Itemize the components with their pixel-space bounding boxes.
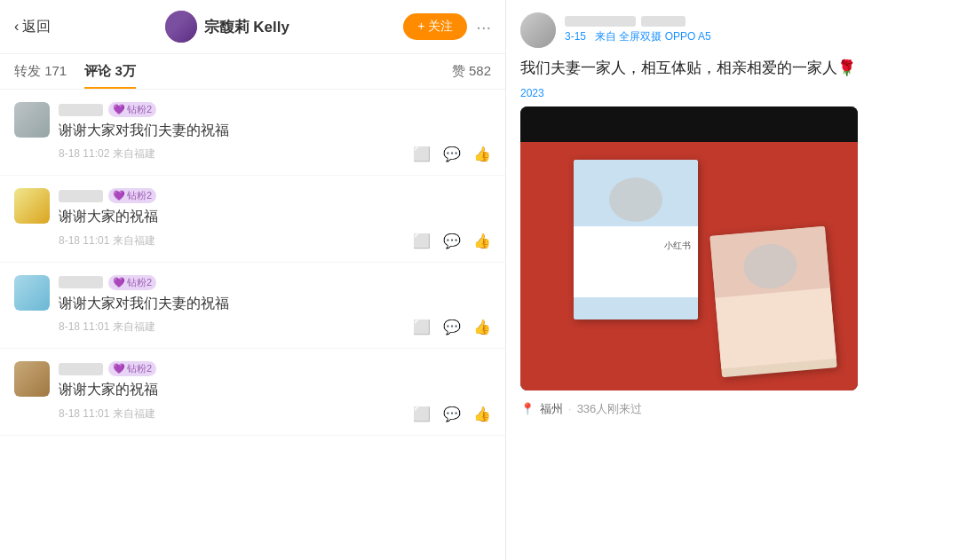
comment-actions: ⬜ 💬 👍: [413, 233, 491, 249]
comment-time: 8-18 11:01 来自福建: [59, 233, 155, 248]
comment-actions: ⬜ 💬 👍: [413, 319, 491, 335]
avatar: [14, 275, 50, 311]
post-year: 2023: [520, 87, 945, 99]
user-row: 💜 钻粉2: [59, 102, 491, 117]
user-row: 💜 钻粉2: [59, 275, 491, 290]
comment-time: 8-18 11:01 来自福建: [59, 406, 155, 422]
commenter-username: [59, 363, 103, 375]
commenter-username: [59, 104, 103, 116]
post-avatar: [520, 12, 556, 48]
more-icon[interactable]: ···: [476, 17, 491, 37]
post-date: 3-15: [565, 30, 586, 43]
heart-icon: 💜: [113, 277, 125, 288]
back-arrow-icon: ‹: [14, 19, 19, 35]
user-row: 💜 钻粉2: [59, 188, 491, 203]
comment-actions: ⬜ 💬 👍: [413, 146, 491, 162]
post-device: 3-15 来自 全屏双摄 OPPO A5: [565, 29, 945, 44]
post-header: 3-15 来自 全屏双摄 OPPO A5: [520, 12, 945, 48]
face-blur-1: [609, 177, 662, 222]
comment-count: 3万: [115, 63, 135, 78]
like-stat: 赞 582: [452, 63, 491, 80]
comment-item: 💜 钻粉2 谢谢大家的祝福 8-18 11:01 来自福建 ⬜ 💬 👍: [0, 176, 505, 262]
comment-item: 💜 钻粉2 谢谢大家的祝福 8-18 11:01 来自福建 ⬜ 💬 👍: [0, 349, 505, 435]
post-title: 我们夫妻一家人，相互体贴，相亲相爱的一家人🌹: [520, 57, 945, 80]
diamond-badge: 💜 钻粉2: [108, 275, 156, 290]
comment-text: 谢谢大家的祝福: [59, 380, 491, 399]
avatar: [14, 188, 50, 224]
face-blur-2: [741, 241, 798, 290]
back-label: 返回: [22, 18, 51, 36]
device-prefix: 来自: [595, 30, 616, 43]
image-top-bar: [520, 106, 858, 142]
avatar: [14, 361, 50, 397]
like-count: 582: [469, 63, 491, 78]
reply-icon[interactable]: 💬: [443, 146, 461, 162]
commenter-username: [59, 276, 103, 288]
username: 宗馥莉 Kelly: [204, 17, 289, 37]
username-block-2: [641, 16, 686, 27]
comment-text: 谢谢大家对我们夫妻的祝福: [59, 121, 491, 140]
comment-meta: 8-18 11:01 来自福建 ⬜ 💬 👍: [59, 406, 491, 422]
diamond-badge: 💜 钻粉2: [108, 361, 156, 376]
forward-label: 转发: [14, 63, 41, 78]
heart-icon: 💜: [113, 104, 125, 115]
device-link[interactable]: 全屏双摄 OPPO A5: [619, 30, 710, 43]
post-footer: 📍 福州 · 336人刚来过: [520, 401, 945, 417]
location-icon: 📍: [520, 402, 535, 415]
post-image: 小红书: [520, 106, 858, 390]
diamond-badge: 💜 钻粉2: [108, 188, 156, 203]
comments-list: 💜 钻粉2 谢谢大家对我们夫妻的祝福 8-18 11:02 来自福建 ⬜ 💬 👍: [0, 90, 505, 560]
like-icon[interactable]: 👍: [473, 233, 491, 249]
photo-card-1: 小红书: [574, 160, 698, 319]
back-button[interactable]: ‹ 返回: [14, 18, 51, 36]
diamond-badge: 💜 钻粉2: [108, 102, 156, 117]
comment-content: 💜 钻粉2 谢谢大家的祝福 8-18 11:01 来自福建 ⬜ 💬 👍: [59, 188, 491, 248]
image-content: 小红书: [520, 142, 858, 390]
comment-content: 💜 钻粉2 谢谢大家对我们夫妻的祝福 8-18 11:02 来自福建 ⬜ 💬 👍: [59, 102, 491, 162]
comment-label: 评论: [84, 63, 111, 78]
comment-time: 8-18 11:01 来自福建: [59, 319, 155, 335]
share-icon[interactable]: ⬜: [413, 233, 431, 249]
share-icon[interactable]: ⬜: [413, 406, 431, 422]
left-panel: ‹ 返回 宗馥莉 Kelly + 关注 ··· 转发 171 评论 3万 赞 5…: [0, 0, 506, 560]
username-block: [565, 16, 636, 27]
header-user: 宗馥莉 Kelly: [59, 11, 394, 43]
photo-card-2: [709, 225, 836, 377]
comment-text: 谢谢大家的祝福: [59, 207, 491, 226]
comment-content: 💜 钻粉2 谢谢大家的祝福 8-18 11:01 来自福建 ⬜ 💬 👍: [59, 361, 491, 422]
comment-meta: 8-18 11:01 来自福建 ⬜ 💬 👍: [59, 319, 491, 335]
reply-icon[interactable]: 💬: [443, 233, 461, 249]
user-row: 💜 钻粉2: [59, 361, 491, 376]
comment-meta: 8-18 11:02 来自福建 ⬜ 💬 👍: [59, 146, 491, 162]
comment-content: 💜 钻粉2 谢谢大家对我们夫妻的祝福 8-18 11:01 来自福建 ⬜ 💬 👍: [59, 275, 491, 335]
like-icon[interactable]: 👍: [473, 406, 491, 422]
comment-stat[interactable]: 评论 3万: [84, 63, 136, 80]
reply-icon[interactable]: 💬: [443, 319, 461, 335]
location-text: 福州: [540, 401, 563, 417]
like-icon[interactable]: 👍: [473, 146, 491, 162]
like-icon[interactable]: 👍: [473, 319, 491, 335]
visitor-count: 336人刚来过: [577, 401, 643, 417]
commenter-username: [59, 190, 103, 202]
comment-actions: ⬜ 💬 👍: [413, 406, 491, 422]
post-username-bar: [565, 16, 945, 27]
comment-meta: 8-18 11:01 来自福建 ⬜ 💬 👍: [59, 233, 491, 249]
comment-header: ‹ 返回 宗馥莉 Kelly + 关注 ···: [0, 0, 505, 54]
comment-item: 💜 钻粉2 谢谢大家对我们夫妻的祝福 8-18 11:01 来自福建 ⬜ 💬 👍: [0, 263, 505, 349]
image-inner: 小红书: [520, 106, 858, 390]
comment-item: 💜 钻粉2 谢谢大家对我们夫妻的祝福 8-18 11:02 来自福建 ⬜ 💬 👍: [0, 90, 505, 176]
forward-count: 171: [44, 63, 67, 78]
heart-icon: 💜: [113, 190, 125, 201]
avatar: [165, 11, 197, 43]
forward-stat: 转发 171: [14, 63, 67, 80]
post-user-info: 3-15 来自 全屏双摄 OPPO A5: [565, 16, 945, 44]
share-icon[interactable]: ⬜: [413, 319, 431, 335]
follow-button[interactable]: + 关注: [403, 13, 467, 40]
share-icon[interactable]: ⬜: [413, 146, 431, 162]
heart-icon: 💜: [113, 363, 125, 375]
comment-time: 8-18 11:02 来自福建: [59, 146, 155, 162]
like-label: 赞: [452, 63, 465, 78]
avatar: [14, 102, 50, 138]
reply-icon[interactable]: 💬: [443, 406, 461, 422]
stats-bar: 转发 171 评论 3万 赞 582: [0, 54, 505, 90]
